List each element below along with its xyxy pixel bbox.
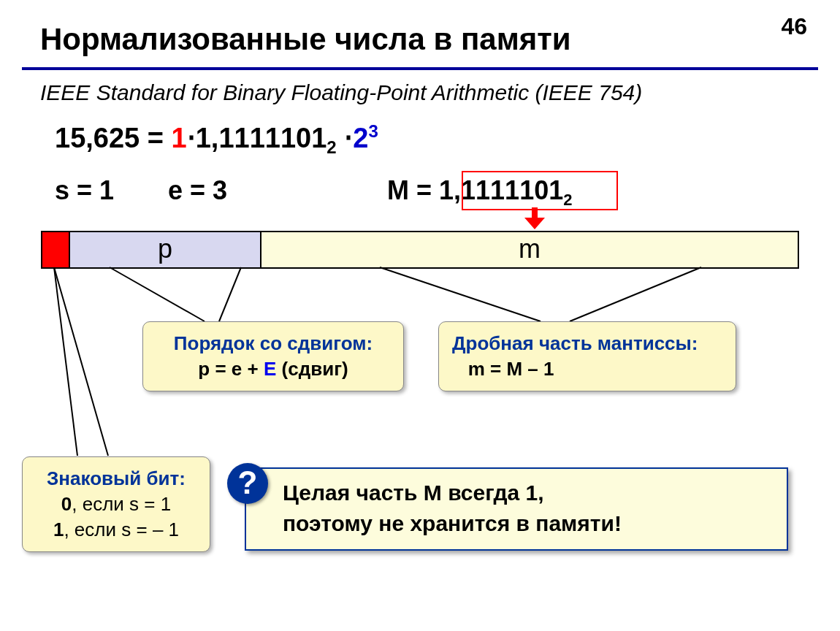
info-line1: Целая часть M всегда 1,	[283, 478, 622, 508]
leader-p	[110, 267, 299, 326]
svg-line-0	[54, 267, 108, 456]
fraction-highlight-box	[462, 171, 618, 210]
callout-mantissa: Дробная часть мантиссы: m = M – 1	[438, 321, 736, 391]
callout-s-l2: , если s = – 1	[64, 519, 179, 540]
eq-lhs: 15,625 =	[55, 123, 172, 153]
svg-line-1	[54, 267, 77, 456]
value-M-pre: M = 1,	[387, 175, 461, 205]
eq-exp3: 3	[368, 121, 378, 141]
svg-line-3	[219, 267, 241, 321]
svg-line-5	[570, 267, 701, 321]
callout-p-post: (сдвиг)	[276, 358, 348, 380]
callout-m-f: m = M – 1	[468, 358, 554, 380]
slide-subtitle: IEEE Standard for Binary Floating-Point …	[40, 80, 642, 105]
bar-mantissa-cell: m	[261, 232, 798, 267]
leader-m	[380, 267, 745, 326]
callout-s-l1: , если s = 1	[72, 493, 171, 515]
equation-main: 15,625 = 1⋅1,11111012 ⋅23	[55, 121, 378, 158]
callout-p-pre: p = e +	[198, 358, 264, 380]
eq-base2: 2	[353, 123, 368, 153]
slide-title: Нормализованные числа в памяти	[40, 22, 571, 57]
eq-dot2: ⋅	[337, 123, 354, 153]
callout-sign-line1: 0, если s = 1	[36, 492, 196, 517]
svg-line-2	[110, 267, 205, 321]
callout-p-E: E	[264, 358, 276, 380]
title-rule	[22, 67, 818, 70]
callout-s-l1b: 0	[61, 493, 72, 515]
callout-mantissa-title: Дробная часть мантиссы:	[452, 331, 722, 356]
eq-dot1: ⋅	[187, 123, 196, 153]
value-s: s = 1	[55, 175, 114, 206]
callout-sign-title: Знаковый бит:	[36, 466, 196, 492]
memory-layout-bar: p m	[41, 231, 799, 269]
leader-sign	[44, 267, 117, 464]
callout-exponent: Порядок со сдвигом: p = e + E (сдвиг)	[142, 321, 404, 391]
arrow-down-red-icon	[524, 207, 545, 231]
callout-sign: Знаковый бит: 0, если s = 1 1, если s = …	[22, 456, 210, 552]
callout-exponent-formula: p = e + E (сдвиг)	[156, 356, 390, 382]
question-badge-icon: ?	[227, 463, 268, 504]
page-number: 46	[781, 13, 807, 40]
callout-exponent-title: Порядок со сдвигом:	[156, 331, 390, 356]
bar-sign-cell	[42, 232, 70, 267]
eq-sign: 1	[172, 123, 187, 153]
info-text: Целая часть M всегда 1, поэтому не храни…	[283, 478, 622, 539]
value-e: e = 3	[168, 175, 227, 206]
eq-sub2a: 2	[327, 137, 336, 157]
callout-s-l2b: 1	[53, 519, 64, 540]
info-box: ? Целая часть M всегда 1, поэтому не хра…	[245, 467, 788, 551]
svg-line-4	[380, 267, 541, 321]
callout-mantissa-formula: m = M – 1	[452, 356, 722, 382]
eq-mantissa: 1,1111101	[196, 123, 327, 153]
callout-sign-line2: 1, если s = – 1	[36, 517, 196, 543]
bar-exponent-cell: p	[70, 232, 261, 267]
info-line2: поэтому не хранится в памяти!	[283, 508, 622, 539]
